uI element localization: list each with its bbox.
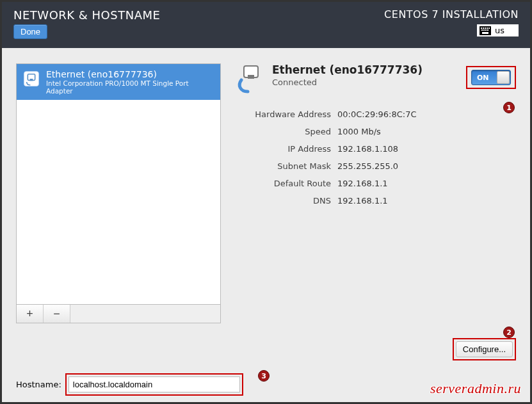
ethernet-icon (23, 70, 40, 87)
svg-rect-9 (487, 29, 488, 31)
header-bar: NETWORK & HOSTNAME Done CENTOS 7 INSTALL… (2, 2, 530, 48)
ip-label: IP Address (235, 144, 331, 154)
annotation-badge-3: 3 (258, 370, 270, 382)
hw-addr-label: Hardware Address (235, 109, 331, 119)
ip-value: 192.168.1.108 (337, 144, 516, 154)
list-buttons: + − (16, 305, 221, 323)
header-left: NETWORK & HOSTNAME Done (13, 8, 160, 48)
keyboard-layout-label: us (495, 26, 504, 35)
svg-rect-6 (481, 29, 483, 31)
dns-value: 192.168.1.1 (337, 196, 516, 206)
route-label: Default Route (235, 179, 331, 188)
header-right: CENTOS 7 INSTALLATION us (384, 8, 519, 48)
interface-description: Intel Corporation PRO/1000 MT Single Por… (46, 79, 214, 95)
mask-value: 255.255.255.0 (337, 161, 516, 171)
done-button[interactable]: Done (13, 24, 47, 39)
svg-rect-4 (487, 28, 488, 29)
annotation-badge-2: 2 (503, 327, 515, 338)
installer-title: CENTOS 7 INSTALLATION (384, 8, 519, 20)
speed-label: Speed (235, 127, 331, 136)
add-interface-button[interactable]: + (17, 305, 44, 323)
annotation-box-1: ON (466, 66, 516, 89)
route-value: 192.168.1.1 (337, 179, 516, 188)
minus-icon: − (53, 307, 60, 321)
interface-name: Ethernet (eno16777736) (46, 69, 214, 79)
remove-interface-button[interactable]: − (44, 305, 70, 323)
toggle-label: ON (477, 74, 489, 82)
connection-toggle[interactable]: ON (471, 70, 511, 85)
svg-rect-10 (482, 32, 488, 34)
annotation-box-2: Configure... (453, 338, 516, 360)
annotation-box-3 (65, 373, 243, 396)
plus-icon: + (26, 307, 33, 321)
installer-window: NETWORK & HOSTNAME Done CENTOS 7 INSTALL… (0, 0, 532, 404)
connection-properties: Hardware Address 00:0C:29:96:8C:7C Speed… (235, 109, 516, 206)
svg-rect-15 (248, 75, 254, 79)
interface-list[interactable]: Ethernet (eno16777736) Intel Corporation… (16, 63, 221, 305)
svg-rect-2 (483, 28, 484, 29)
configure-button[interactable]: Configure... (456, 341, 513, 357)
hw-addr-value: 00:0C:29:96:8C:7C (337, 109, 516, 119)
hostname-input[interactable] (69, 376, 240, 392)
page-title: NETWORK & HOSTNAME (13, 8, 160, 22)
ethernet-large-icon (235, 63, 266, 94)
mask-label: Subnet Mask (235, 161, 331, 171)
svg-rect-8 (485, 29, 487, 31)
watermark: serveradmin.ru (430, 380, 521, 397)
svg-rect-1 (481, 28, 482, 29)
keyboard-layout-selector[interactable]: us (477, 24, 519, 36)
svg-rect-13 (30, 79, 33, 81)
interface-detail-pane: Ethernet (eno16777736) Connected ON Hard… (227, 63, 516, 323)
toggle-knob (497, 71, 510, 84)
detail-title: Ethernet (eno16777736) (272, 63, 423, 76)
annotation-badge-1: 1 (503, 102, 515, 113)
svg-rect-7 (483, 29, 485, 31)
interface-list-item[interactable]: Ethernet (eno16777736) Intel Corporation… (17, 64, 220, 100)
detail-status: Connected (272, 77, 423, 87)
speed-value: 1000 Mb/s (337, 127, 516, 136)
interface-list-column: Ethernet (eno16777736) Intel Corporation… (16, 63, 221, 323)
keyboard-icon (480, 26, 491, 35)
svg-rect-5 (488, 28, 490, 29)
svg-rect-3 (485, 28, 486, 29)
hostname-label: Hostname: (16, 380, 61, 389)
dns-label: DNS (235, 196, 331, 206)
